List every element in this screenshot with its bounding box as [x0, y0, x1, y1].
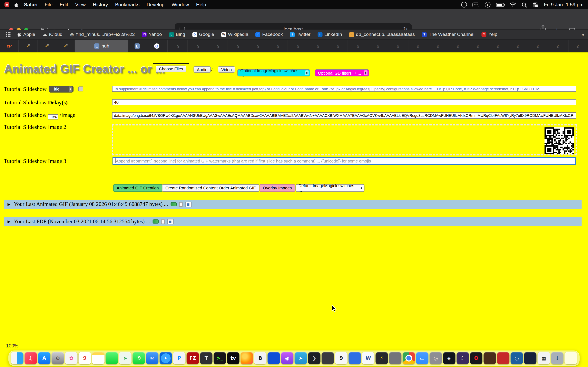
star-tab[interactable]: ☆	[388, 40, 408, 52]
menu-safari[interactable]: Safari	[24, 2, 38, 8]
menu-help[interactable]: Help	[196, 2, 206, 8]
menu-file[interactable]: File	[45, 2, 52, 8]
star-tab[interactable]: ☆	[348, 40, 368, 52]
menubar-extra-icon[interactable]	[4, 2, 9, 7]
dock-icon-preview[interactable]: P	[173, 352, 186, 364]
dock-icon-github[interactable]: ◈	[443, 352, 456, 364]
star-tab[interactable]: ☆	[308, 40, 328, 52]
dock-icon-iterm[interactable]: ❯	[308, 352, 320, 364]
last-pdf-bar[interactable]: ▶ Your Last PDF (November 03 2021 06:14:…	[4, 217, 581, 226]
dock-icon-app-store[interactable]: A	[38, 352, 51, 364]
bookmark-item[interactable]: ¤db_connect.p...aaasaaafaas	[349, 32, 415, 37]
bookmark-item[interactable]: YYelp	[482, 32, 497, 37]
bookmark-item[interactable]: TThe Weather Channel	[422, 32, 475, 37]
play-icon[interactable]: ▶	[485, 2, 491, 8]
star-tab[interactable]: ☆	[188, 40, 208, 52]
star-tab[interactable]: ☆	[168, 40, 188, 52]
image3-watermark-input[interactable]: Append #comment[~second line] for animat…	[112, 157, 576, 165]
title-config-input[interactable]: To supplement # delimited comments below…	[112, 86, 576, 92]
disclosure-triangle-icon[interactable]: ▶	[8, 202, 10, 206]
dock-icon-mail[interactable]: ✉	[146, 352, 158, 364]
disclosure-triangle-icon[interactable]: ▶	[8, 219, 10, 224]
dock-icon-opera[interactable]: O	[470, 352, 483, 364]
bookmark-item[interactable]: ◎find_minus....rep+%22s%22	[70, 32, 135, 37]
battery-icon[interactable]	[496, 3, 504, 7]
imagemagick-switches-select[interactable]: Optional ImageMagick switches ...▲▼	[237, 69, 310, 76]
star-tab[interactable]: ☆	[228, 40, 248, 52]
pinned-tab-tool-1[interactable]	[19, 40, 38, 52]
menu-edit[interactable]: Edit	[60, 2, 68, 8]
media-icon[interactable]	[167, 219, 173, 224]
gif-thumbnail-icon[interactable]	[153, 219, 159, 224]
dock-icon-notes[interactable]	[92, 352, 104, 364]
wifi-icon[interactable]	[510, 2, 516, 7]
title-select[interactable]: Title▲▼	[49, 86, 73, 92]
star-tab[interactable]: ☆	[368, 40, 388, 52]
star-tab[interactable]: ☆	[448, 40, 468, 52]
dock-icon-navy-app[interactable]	[524, 352, 536, 364]
control-center-icon[interactable]	[533, 2, 538, 8]
audio-button[interactable]: Audio	[194, 66, 211, 73]
overlay-images-button[interactable]: Overlay Images	[259, 184, 295, 192]
dock-icon-red-app[interactable]	[497, 352, 510, 364]
animated-gif-creation-button[interactable]: Animated GIF Creation	[113, 184, 162, 192]
dock-icon-bin[interactable]	[564, 352, 577, 364]
choose-files-button[interactable]: Choose Files	[156, 66, 186, 72]
star-tab[interactable]: ☆	[328, 40, 348, 52]
dock-icon-chrome[interactable]	[403, 352, 415, 364]
image-data-uri-input[interactable]: data:image/png;base64,iVBORw0KGgoAAAANSU…	[112, 112, 576, 119]
dock-icon-facetime[interactable]: ✆	[132, 352, 145, 364]
dock-icon-safari[interactable]: ✦	[160, 352, 172, 364]
dock-icon-system-settings[interactable]: ⚙	[52, 352, 64, 364]
menu-bookmarks[interactable]: Bookmarks	[115, 2, 139, 8]
bookmarks-overflow-icon[interactable]: »	[581, 31, 584, 37]
dock-icon-blue-app[interactable]	[268, 352, 280, 364]
media-icon[interactable]	[185, 202, 191, 207]
delay-input[interactable]: 40	[112, 99, 576, 105]
gif-thumbnail-icon[interactable]	[171, 202, 177, 206]
keyboard-icon[interactable]	[473, 2, 479, 7]
menu-history[interactable]: History	[93, 2, 108, 8]
menu-bar-date[interactable]: Fri 9 Jan	[544, 2, 563, 8]
dock-icon-word[interactable]: W	[362, 352, 374, 364]
dock-icon-numbers-doc[interactable]: 9	[335, 352, 347, 364]
star-tab[interactable]: ☆	[568, 40, 588, 52]
dock-icon-firefox[interactable]	[241, 352, 253, 364]
doc-icon[interactable]	[179, 202, 183, 207]
pinned-tab-cpanel[interactable]: cP	[0, 40, 19, 52]
video-button[interactable]: Video	[218, 66, 235, 73]
dock-icon-globe-app[interactable]: ○	[511, 352, 523, 364]
dock-icon-calendar[interactable]: 9	[79, 352, 91, 364]
star-tab[interactable]: ☆	[428, 40, 448, 52]
image2-dropzone[interactable]	[112, 124, 577, 155]
star-tab[interactable]: ☆	[548, 40, 568, 52]
dock-icon-zoom[interactable]: ▭	[416, 352, 429, 364]
dock-icon-compass-app[interactable]: ◎	[430, 352, 442, 364]
bookmark-item[interactable]: WWikipedia	[221, 32, 249, 37]
star-tab[interactable]: ☆	[268, 40, 288, 52]
dock-icon-brown-app[interactable]	[484, 352, 496, 364]
menu-window[interactable]: Window	[172, 2, 189, 8]
dock-icon-bolt-app[interactable]: ⚡	[375, 352, 388, 364]
default-imagemagick-select[interactable]: Default ImageMagick switches ...▲▼	[295, 184, 364, 192]
star-tab[interactable]: ☆	[488, 40, 508, 52]
bookmark-item[interactable]: tTwitter	[290, 32, 311, 37]
bookmark-item[interactable]: inLinkedIn	[318, 32, 342, 37]
bookmark-item[interactable]: Y!Yahoo	[142, 32, 162, 37]
pinned-tab-tool-3[interactable]	[56, 40, 75, 52]
bookmark-item[interactable]: Apple	[17, 32, 35, 37]
star-tab[interactable]: ☆	[528, 40, 548, 52]
dock-icon-messages[interactable]	[105, 352, 118, 364]
menu-view[interactable]: View	[75, 2, 86, 8]
dock-icon-finder[interactable]	[11, 352, 24, 364]
dock-icon-maps[interactable]: ➤	[119, 352, 131, 364]
dock-icon-terminal[interactable]: >_	[214, 352, 226, 364]
menu-develop[interactable]: Develop	[147, 2, 164, 8]
dock-icon-textedit[interactable]: T	[200, 352, 213, 364]
bookmarks-grid-icon[interactable]	[6, 32, 10, 37]
bookmark-item[interactable]: ☁iCloud	[43, 32, 62, 37]
dock-icon-night-app[interactable]: ☾	[457, 352, 469, 364]
dock-icon-gray-app[interactable]	[389, 352, 402, 364]
randomized-gif-button[interactable]: Create Randomized Content Order Animated…	[162, 184, 259, 192]
pinned-tab-tool-2[interactable]	[38, 40, 56, 52]
